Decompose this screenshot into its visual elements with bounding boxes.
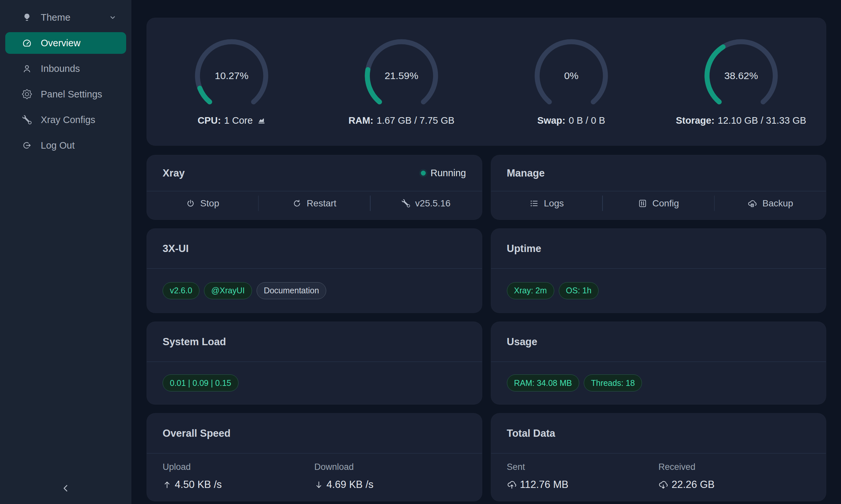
ram-label: RAM: 1.67 GB / 7.75 GB [348,115,455,126]
manage-card-title: Manage [507,167,545,179]
xray-stop-button[interactable]: Stop [147,191,258,215]
list-icon [530,199,539,208]
xray-uptime-tag: Xray: 2m [507,282,554,299]
gear-icon [22,89,32,100]
chevron-down-icon [108,13,117,22]
xray-status-text: Running [430,168,466,179]
received-stat: Received 22.26 GB [658,462,810,490]
storage-percent: 38.62% [724,70,758,81]
download-value: 4.69 KB /s [314,479,466,490]
telegram-tag[interactable]: @XrayUI [204,282,252,299]
system-load-card: System Load 0.01 | 0.09 | 0.15 [147,322,482,404]
sidebar-item-label: Panel Settings [41,89,102,100]
arrow-down-icon [314,480,323,489]
manage-card: Manage Logs Config Backup [491,155,826,220]
swap-label: Swap: 0 B / 0 B [537,115,605,126]
received-label: Received [658,462,810,472]
sent-value: 112.76 MB [507,479,659,490]
download-label: Download [314,462,466,472]
threex-ui-card-title: 3X-UI [162,243,189,255]
system-load-card-title: System Load [162,336,226,348]
os-uptime-tag: OS: 1h [559,282,599,299]
cloud-backup-icon [748,199,757,209]
wrench-icon [402,199,410,208]
cpu-gauge-arc: 10.27% [191,38,273,114]
xray-card-title: Xray [162,167,185,179]
main-content: 10.27% CPU: 1 Core 21.59% RAM: 1.67 GB /… [132,0,841,504]
storage-label: Storage: 12.10 GB / 31.33 GB [676,115,806,126]
power-icon [186,199,195,208]
swap-percent: 0% [564,70,579,81]
restart-icon [292,199,302,208]
sidebar-item-label: Theme [41,12,70,23]
ram-gauge: 21.59% RAM: 1.67 GB / 7.75 GB [317,38,486,126]
speedometer-icon [22,38,32,48]
total-data-card-title: Total Data [507,428,555,439]
xray-restart-button[interactable]: Restart [259,191,370,215]
sidebar-item-xray-configs[interactable]: Xray Configs [5,109,126,131]
storage-gauge-arc: 38.62% [700,38,782,114]
chevron-left-icon [60,483,71,494]
sliders-icon [638,199,647,208]
threads-tag: Threads: 18 [584,374,642,392]
upload-label: Upload [162,462,314,472]
usage-card-title: Usage [507,336,537,348]
cloud-upload-icon [507,480,517,489]
sidebar-item-label: Xray Configs [41,114,95,125]
cpu-gauge: 10.27% CPU: 1 Core [147,38,317,126]
uptime-card: Uptime Xray: 2m OS: 1h [491,228,826,313]
sidebar-item-inbounds[interactable]: Inbounds [5,58,126,79]
sidebar-item-label: Inbounds [41,63,80,74]
swap-gauge-arc: 0% [530,38,612,114]
version-tag: v2.6.0 [162,282,200,299]
upload-stat: Upload 4.50 KB /s [162,462,314,490]
swap-gauge: 0% Swap: 0 B / 0 B [486,38,656,126]
sidebar-item-theme[interactable]: Theme [5,6,126,28]
uptime-card-title: Uptime [507,243,542,255]
ram-usage-tag: RAM: 34.08 MB [507,374,579,392]
sidebar-nav: Theme Overview Inbounds Panel Settings [0,0,132,156]
sidebar-item-label: Overview [41,38,81,49]
system-stats-card: 10.27% CPU: 1 Core 21.59% RAM: 1.67 GB /… [147,18,826,146]
sidebar-item-log-out[interactable]: Log Out [5,134,126,156]
wrench-icon [22,114,32,125]
cpu-label: CPU: 1 Core [198,115,266,126]
sidebar-item-panel-settings[interactable]: Panel Settings [5,83,126,105]
documentation-tag[interactable]: Documentation [257,282,326,299]
sidebar: Theme Overview Inbounds Panel Settings [0,0,132,504]
download-stat: Download 4.69 KB /s [314,462,466,490]
sidebar-item-label: Log Out [41,140,74,151]
config-button[interactable]: Config [603,191,714,215]
ram-gauge-arc: 21.59% [360,38,443,114]
upload-value: 4.50 KB /s [162,479,314,490]
received-value: 22.26 GB [658,479,810,490]
total-data-card: Total Data Sent 112.76 MB Received [491,413,826,501]
sidebar-collapse-button[interactable] [58,481,73,497]
logs-button[interactable]: Logs [491,191,602,215]
usage-card: Usage RAM: 34.08 MB Threads: 18 [491,322,826,404]
cloud-download-icon [658,480,668,489]
overall-speed-card: Overall Speed Upload 4.50 KB /s Download [147,413,482,501]
threex-ui-card: 3X-UI v2.6.0 @XrayUI Documentation [147,228,482,313]
sent-label: Sent [507,462,659,472]
ram-percent: 21.59% [385,70,418,81]
overall-speed-card-title: Overall Speed [162,428,230,439]
arrow-up-icon [162,480,171,489]
xray-version-button[interactable]: v25.5.16 [371,191,482,215]
storage-gauge: 38.62% Storage: 12.10 GB / 31.33 GB [656,38,826,126]
load-average-tag: 0.01 | 0.09 | 0.15 [162,374,239,392]
sidebar-item-overview[interactable]: Overview [5,32,126,54]
backup-button[interactable]: Backup [715,191,826,215]
status-dot-icon [421,170,426,176]
logout-icon [22,140,32,150]
cpu-percent: 10.27% [215,70,249,81]
cpu-chart-icon[interactable] [257,116,266,124]
user-icon [22,63,32,74]
xray-status: Running [421,168,466,179]
lightbulb-icon [22,12,32,23]
xray-card: Xray Running Stop Restart [147,155,482,220]
cards-grid: Xray Running Stop Restart [147,155,826,501]
sent-stat: Sent 112.76 MB [507,462,659,490]
